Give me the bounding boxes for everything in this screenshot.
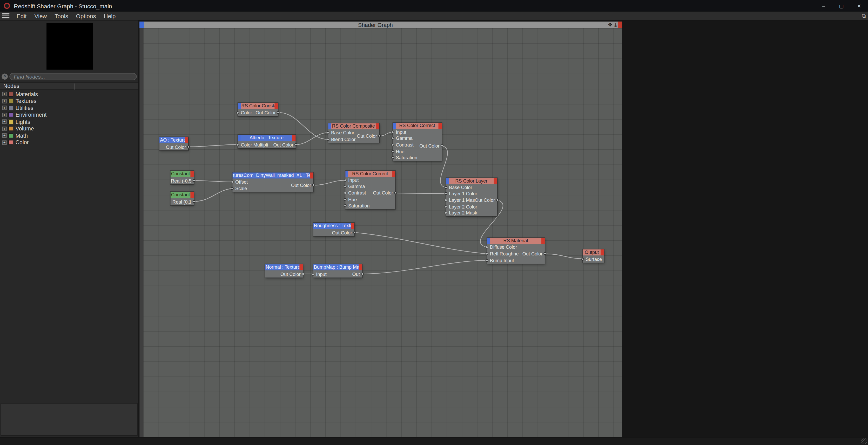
node-normal-texture[interactable]: Normal : Texture Out Color [265, 264, 303, 277]
input-port[interactable] [444, 212, 447, 214]
input-port[interactable] [391, 150, 394, 153]
expand-icon[interactable]: + [2, 92, 7, 96]
input-port[interactable] [236, 143, 239, 146]
node-color-tab [446, 178, 449, 184]
search-input[interactable] [9, 73, 136, 80]
tree-item-textures[interactable]: + Textures [0, 98, 138, 104]
expand-icon[interactable]: + [2, 127, 7, 131]
node-dirtywall-texture[interactable]: turesCom_DirtyWall_masked_XL : Textu Off… [232, 172, 313, 192]
close-button[interactable]: ✕ [850, 0, 868, 12]
node-albedo-texture[interactable]: Albedo : Texture Color MultipliOut Color [238, 135, 296, 148]
input-port[interactable] [444, 193, 447, 195]
output-port[interactable] [378, 134, 381, 137]
node-output[interactable]: Output Surface [583, 249, 604, 263]
node-rs-color-layer[interactable]: RS Color Layer Base Color Layer 1 Color … [446, 178, 497, 216]
input-port[interactable] [344, 179, 347, 181]
menu-help[interactable]: Help [100, 12, 120, 19]
input-port[interactable] [231, 187, 234, 190]
graph-header[interactable]: Shader Graph ✥ ⤓ [140, 22, 622, 28]
input-port[interactable] [391, 157, 394, 159]
input-port[interactable] [236, 111, 239, 114]
node-cap [299, 264, 303, 270]
tree-item-label: Textures [16, 98, 37, 104]
node-rs-color-composite[interactable]: RS Color Composite Base Color Blend Colo… [328, 123, 379, 143]
input-port[interactable] [444, 205, 447, 208]
output-port[interactable] [544, 252, 547, 255]
input-port[interactable] [327, 138, 330, 141]
output-port[interactable] [394, 192, 397, 194]
input-port[interactable] [486, 246, 488, 249]
input-port[interactable] [391, 137, 394, 140]
tree-item-volume[interactable]: + Volume [0, 125, 138, 132]
input-port[interactable] [486, 252, 488, 255]
minimize-button[interactable]: – [815, 0, 832, 12]
node-cap [376, 123, 379, 129]
input-port[interactable] [391, 143, 394, 146]
expand-icon[interactable]: + [2, 140, 7, 145]
output-port[interactable] [193, 179, 195, 182]
expand-icon[interactable]: + [2, 119, 7, 124]
output-port[interactable] [353, 231, 356, 234]
tree-item-color[interactable]: + Color [0, 139, 138, 146]
nodes-panel-header[interactable]: Nodes [0, 82, 138, 90]
tree-item-label: Utilities [16, 105, 33, 111]
output-port[interactable] [361, 273, 364, 275]
output-port[interactable] [277, 111, 280, 114]
input-port[interactable] [444, 186, 447, 189]
node-rs-material[interactable]: RS Material Diffuse Color Refl Roughne B… [487, 238, 545, 264]
panel-icon[interactable]: ⧉ [862, 12, 866, 19]
graph-left-scrollbar[interactable] [140, 28, 143, 437]
expand-icon[interactable]: + [2, 133, 7, 138]
tree-item-materials[interactable]: + Materials [0, 91, 138, 98]
input-port[interactable] [231, 180, 234, 183]
expand-icon[interactable]: + [2, 112, 7, 117]
input-port[interactable] [327, 131, 330, 134]
node-rs-color-correct-1[interactable]: RS Color Correct Input Gamma Contrast Hu… [393, 123, 442, 161]
input-port[interactable] [344, 185, 347, 188]
input-port[interactable] [486, 259, 488, 262]
menu-tools[interactable]: Tools [51, 12, 72, 19]
output-port[interactable] [193, 200, 195, 203]
input-port[interactable] [581, 258, 584, 261]
output-port[interactable] [312, 183, 315, 186]
output-port[interactable] [441, 144, 443, 147]
expand-icon[interactable]: + [2, 99, 7, 103]
clear-search-icon[interactable]: ✕ [2, 73, 7, 79]
node-rs-color-correct-2[interactable]: RS Color Correct Input Gamma Contrast Hu… [345, 171, 395, 209]
port-label: Gamma [396, 136, 412, 141]
hamburger-icon[interactable] [2, 13, 10, 18]
graph-canvas[interactable] [143, 28, 622, 437]
tree-item-math[interactable]: + Math [0, 132, 138, 139]
output-port[interactable] [496, 198, 499, 201]
output-port[interactable] [302, 273, 305, 275]
input-port[interactable] [391, 131, 394, 134]
tree-item-lights[interactable]: + Lights [0, 118, 138, 125]
pan-icon[interactable]: ✥ [608, 22, 612, 28]
menu-edit[interactable]: Edit [13, 12, 30, 19]
node-title: Roughness : Texture [313, 223, 351, 229]
node-constant-1[interactable]: Constant Real (-0.5 [170, 171, 194, 184]
node-rs-color-constant[interactable]: RS Color Constant ColorOut Color [238, 103, 278, 116]
dock-icon[interactable]: ⤓ [615, 22, 617, 28]
tree-item-utilities[interactable]: + Utilities [0, 104, 138, 111]
node-ao-texture[interactable]: AO : Texture Out Color [159, 137, 188, 150]
input-port[interactable] [344, 198, 347, 201]
menu-view[interactable]: View [30, 12, 51, 19]
resize-grip-icon[interactable] [861, 439, 867, 444]
port-label: Out Color [475, 197, 495, 203]
node-roughness-texture[interactable]: Roughness : Texture Out Color [313, 223, 354, 236]
input-port[interactable] [312, 273, 314, 275]
node-bumpmap[interactable]: BumpMap : Bump Map InputOut [313, 264, 362, 277]
column-divider[interactable] [74, 83, 75, 90]
menu-options[interactable]: Options [72, 12, 100, 19]
expand-icon[interactable]: + [2, 106, 7, 110]
input-port[interactable] [344, 204, 347, 207]
output-port[interactable] [294, 143, 297, 146]
material-preview [46, 23, 93, 70]
output-port[interactable] [187, 145, 190, 148]
node-constant-2[interactable]: Constant Real (0.1 [170, 192, 194, 205]
maximize-button[interactable]: ▢ [833, 0, 850, 12]
tree-item-environment[interactable]: + Environment [0, 111, 138, 118]
input-port[interactable] [444, 199, 447, 202]
input-port[interactable] [344, 192, 347, 195]
